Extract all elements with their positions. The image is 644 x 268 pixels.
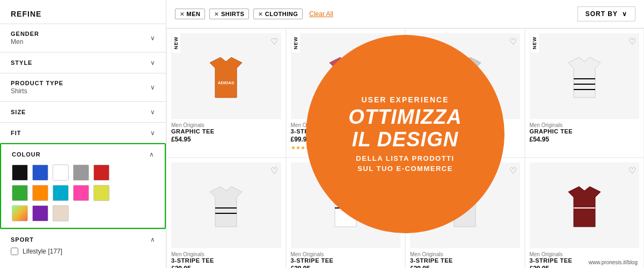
tag-men[interactable]: ✕ MEN: [175, 9, 205, 19]
product-image: ♡: [530, 162, 640, 248]
product-type-header[interactable]: PRODUCT TYPE Shirts ∨: [11, 80, 155, 95]
size-header[interactable]: SIZE ∨: [11, 108, 155, 116]
new-badge: NEW: [171, 33, 180, 53]
clear-all-link[interactable]: Clear All: [309, 10, 333, 18]
gender-filter: GENDER Men ∨: [0, 24, 166, 52]
svg-marker-0: [210, 57, 242, 98]
product-brand: Men Originals: [530, 122, 640, 128]
style-filter: STYLE ∨: [0, 52, 166, 73]
colour-swatch-10[interactable]: [12, 205, 28, 221]
gender-label: GENDER: [11, 31, 39, 37]
sport-filter: SPORT ∧ Lifestyle [177]: [0, 229, 166, 262]
colour-swatch-0[interactable]: [12, 165, 28, 181]
sport-header[interactable]: SPORT ∧: [11, 236, 155, 243]
overlay-footer: SUL TUO E-COMMERCE: [357, 165, 453, 173]
product-name: GRAPHIC TEE: [171, 128, 281, 135]
new-badge: NEW: [530, 33, 539, 53]
svg-marker-14: [210, 187, 242, 227]
colour-label: COLOUR: [12, 151, 41, 158]
product-price: £29.95: [171, 265, 281, 268]
tag-clothing[interactable]: ✕ CLOTHING: [253, 9, 303, 19]
colour-header[interactable]: COLOUR ∧: [12, 151, 154, 158]
product-info: Men Originals GRAPHIC TEE £54.95: [171, 119, 281, 147]
product-price: £29.95: [291, 265, 401, 268]
wishlist-icon[interactable]: ♡: [628, 166, 636, 176]
tag-shirts-label: SHIRTS: [221, 11, 244, 17]
wishlist-icon[interactable]: ♡: [509, 36, 517, 47]
tag-shirts[interactable]: ✕ SHIRTS: [209, 9, 249, 19]
product-price: £29.95: [410, 265, 520, 268]
product-brand: Men Originals: [171, 122, 281, 128]
product-brand: Men Originals: [410, 251, 520, 257]
colour-grid: [12, 165, 154, 221]
size-label: SIZE: [11, 109, 26, 115]
gender-chevron: ∨: [150, 34, 155, 42]
style-header[interactable]: STYLE ∨: [11, 59, 155, 66]
svg-marker-10: [568, 57, 601, 98]
product-card: ♡ Men Originals 3-STRIPE TEE £29.95 ★★★★…: [166, 158, 286, 268]
fit-header[interactable]: FIT ∨: [11, 129, 155, 137]
sidebar: REFINE GENDER Men ∨ STYLE ∨ PRODUCT TYPE…: [0, 0, 166, 268]
product-name: 3-STRIPE TEE: [291, 257, 401, 264]
size-chevron: ∨: [150, 108, 155, 116]
product-card: ADIDAS NEW ♡ Men Originals GRAPHIC TEE £…: [166, 28, 286, 158]
product-name: 3-STRIPE TEE: [410, 257, 520, 264]
product-name: 3-STRIPE TEE: [171, 257, 281, 264]
product-card: ♡ Men Originals 3-STRIPE TEE £29.95 ★★★★…: [525, 158, 645, 268]
colour-swatch-12[interactable]: [53, 205, 69, 221]
top-bar: ✕ MEN ✕ SHIRTS ✕ CLOTHING Clear All SORT…: [166, 0, 644, 28]
product-brand: Men Originals: [291, 251, 401, 257]
colour-swatch-8[interactable]: [73, 185, 89, 201]
product-image: ♡: [171, 162, 281, 248]
colour-swatch-1[interactable]: [32, 165, 48, 181]
product-type-chevron: ∨: [150, 84, 155, 91]
sort-by-button[interactable]: SORT BY ∨: [577, 6, 635, 21]
remove-men-icon: ✕: [180, 11, 185, 17]
sort-by-chevron: ∨: [622, 10, 627, 18]
colour-swatch-2[interactable]: [53, 165, 69, 181]
remove-shirts-icon: ✕: [214, 11, 219, 17]
colour-swatch-7[interactable]: [53, 185, 69, 201]
colour-swatch-6[interactable]: [32, 185, 48, 201]
product-type-filter: PRODUCT TYPE Shirts ∨: [0, 73, 166, 101]
gender-value: Men: [11, 38, 39, 46]
product-brand: Men Originals: [530, 251, 640, 257]
product-name: GRAPHIC TEE: [530, 128, 640, 135]
colour-swatch-5[interactable]: [12, 185, 28, 201]
lifestyle-label: Lifestyle [177]: [23, 248, 62, 255]
wishlist-icon[interactable]: ♡: [509, 166, 517, 176]
sort-by-label: SORT BY: [586, 10, 618, 18]
colour-swatch-4[interactable]: [93, 165, 109, 181]
wishlist-icon[interactable]: ♡: [628, 36, 636, 47]
wishlist-icon[interactable]: ♡: [270, 166, 278, 176]
colour-swatch-11[interactable]: [32, 205, 48, 221]
product-type-value: Shirts: [11, 87, 63, 95]
sport-label: SPORT: [11, 236, 34, 243]
product-card: NEW ♡ Men Originals GRAPHIC TEE £54.95: [525, 28, 645, 158]
product-image: NEW ♡: [530, 33, 640, 119]
refine-title: REFINE: [0, 5, 166, 24]
lifestyle-checkbox[interactable]: [11, 248, 18, 255]
watermark: www.pronesis.it/blog: [587, 259, 640, 266]
style-label: STYLE: [11, 59, 32, 66]
svg-text:ADIDAS: ADIDAS: [218, 80, 235, 85]
overlay-title: OTTIMIZZA IL DESIGN: [348, 106, 462, 151]
new-badge: NEW: [291, 33, 300, 53]
fit-chevron: ∨: [150, 129, 155, 137]
product-info: Men Originals 3-STRIPE TEE £29.95 ★★★★★ …: [291, 248, 401, 268]
overlay-circle: USER EXPERIENCE OTTIMIZZA IL DESIGN DELL…: [306, 35, 504, 233]
remove-clothing-icon: ✕: [258, 11, 263, 17]
gender-header[interactable]: GENDER Men ∨: [11, 31, 155, 46]
overlay-desc: DELLA LISTA PRODOTTI: [356, 154, 454, 162]
tag-men-label: MEN: [187, 11, 201, 17]
wishlist-icon[interactable]: ♡: [270, 36, 278, 47]
product-info: Men Originals 3-STRIPE TEE £29.95 ★★★★★ …: [410, 248, 520, 268]
svg-marker-20: [568, 187, 601, 227]
overlay-subtitle: USER EXPERIENCE: [361, 95, 449, 104]
product-image: ADIDAS NEW ♡: [171, 33, 281, 119]
colour-swatch-3[interactable]: [73, 165, 89, 181]
colour-swatch-9[interactable]: [93, 185, 109, 201]
product-type-label: PRODUCT TYPE: [11, 80, 63, 86]
product-info: Men Originals 3-STRIPE TEE £29.95 ★★★★★ …: [171, 248, 281, 268]
product-info: Men Originals GRAPHIC TEE £54.95: [530, 119, 640, 147]
